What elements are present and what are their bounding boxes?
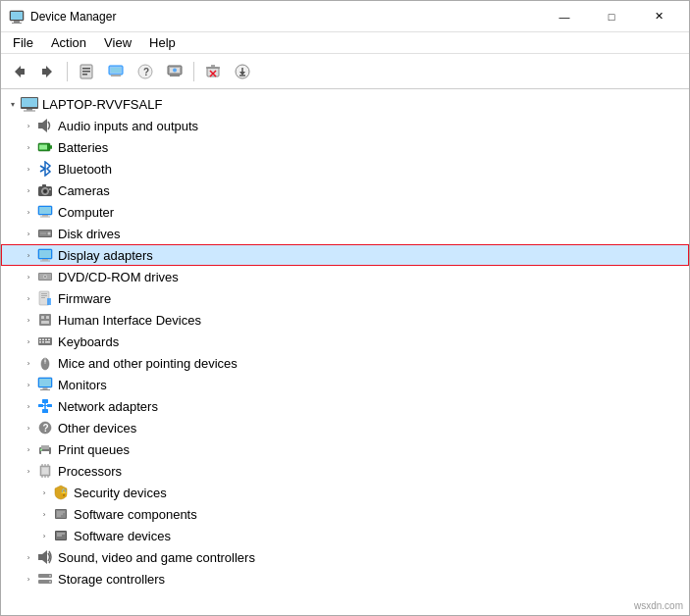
uninstall-button[interactable] xyxy=(199,58,227,85)
menu-action[interactable]: Action xyxy=(43,33,94,52)
print-label: Print queues xyxy=(58,442,130,457)
help-button[interactable]: ? xyxy=(132,58,159,85)
display-expand: › xyxy=(21,247,36,263)
other-expand: › xyxy=(21,420,36,436)
dvd-expand: › xyxy=(21,269,36,284)
tree-item-audio[interactable]: › Audio inputs and outputs xyxy=(1,115,689,136)
svg-rect-90 xyxy=(47,404,52,407)
other-icon: ? xyxy=(36,419,54,436)
svg-rect-78 xyxy=(45,341,50,343)
svg-rect-97 xyxy=(41,451,49,455)
svg-marker-34 xyxy=(42,119,47,132)
tree-item-keyboard[interactable]: › Keyboards xyxy=(1,331,689,352)
tree-item-bluetooth[interactable]: › Bluetooth xyxy=(1,158,689,180)
svg-rect-70 xyxy=(41,321,49,324)
mice-expand: › xyxy=(21,355,36,371)
svg-rect-72 xyxy=(39,339,41,341)
svg-rect-68 xyxy=(41,316,44,319)
tree-item-print[interactable]: › Print queues xyxy=(1,438,689,460)
tree-item-other[interactable]: › ? Other devices xyxy=(1,417,689,438)
properties-button[interactable] xyxy=(73,58,100,85)
mice-label: Mice and other pointing devices xyxy=(58,356,238,371)
app-icon xyxy=(9,9,25,25)
svg-rect-63 xyxy=(41,293,47,294)
softcomp-icon xyxy=(52,505,70,523)
svg-marker-66 xyxy=(47,298,51,305)
download-button[interactable] xyxy=(229,58,256,85)
svg-text:?: ? xyxy=(143,67,149,77)
storage-expand: › xyxy=(21,571,36,587)
svg-rect-113 xyxy=(57,516,61,517)
root-label: LAPTOP-RVVFSALF xyxy=(42,97,162,112)
batteries-icon xyxy=(36,138,54,156)
tree-item-sound[interactable]: › Sound, video and game controllers xyxy=(1,546,689,568)
close-button[interactable]: ✕ xyxy=(636,1,681,32)
computer-icon xyxy=(36,203,54,221)
batteries-expand: › xyxy=(21,139,36,155)
svg-rect-86 xyxy=(42,399,48,403)
svg-rect-69 xyxy=(46,316,49,319)
tree-item-softdev[interactable]: › Software devices xyxy=(1,525,689,546)
display-label: Display adapters xyxy=(58,248,153,263)
svg-rect-112 xyxy=(57,514,63,515)
menu-view[interactable]: View xyxy=(96,33,139,52)
softdev-expand: › xyxy=(36,528,52,543)
svg-rect-101 xyxy=(42,468,48,474)
svg-rect-116 xyxy=(57,534,65,535)
tree-item-display[interactable]: › Display adapters xyxy=(1,244,689,266)
tree-item-security[interactable]: › 🔒 Security devices xyxy=(1,482,689,503)
tree-item-softcomp[interactable]: › Software components xyxy=(1,503,689,525)
forward-button[interactable] xyxy=(34,58,62,85)
device-manager-window: Device Manager — □ ✕ File Action View He… xyxy=(0,0,690,616)
monitors-expand: › xyxy=(21,377,36,392)
tree-item-processors[interactable]: › Processors xyxy=(1,460,689,482)
maximize-button[interactable]: □ xyxy=(589,1,634,32)
tree-item-mice[interactable]: › Mice and other pointing devices xyxy=(1,352,689,374)
update-driver-button[interactable] xyxy=(102,58,130,85)
svg-rect-85 xyxy=(40,389,50,390)
tree-item-network[interactable]: › Network adapters xyxy=(1,395,689,417)
svg-rect-67 xyxy=(39,314,51,326)
batteries-label: Batteries xyxy=(58,140,108,155)
svg-rect-7 xyxy=(82,68,90,70)
svg-point-61 xyxy=(44,276,46,278)
svg-rect-36 xyxy=(50,145,52,149)
root-expand: ▾ xyxy=(5,96,21,112)
svg-rect-2 xyxy=(14,21,20,23)
keyboard-label: Keyboards xyxy=(58,334,119,349)
scan-button[interactable] xyxy=(161,58,188,85)
svg-rect-111 xyxy=(57,512,65,513)
tree-item-monitors[interactable]: › Monitors xyxy=(1,374,689,395)
svg-rect-9 xyxy=(82,74,87,76)
tree-item-batteries[interactable]: › Batteries xyxy=(1,136,689,158)
svg-rect-77 xyxy=(42,341,44,343)
svg-rect-65 xyxy=(41,297,45,298)
back-button[interactable] xyxy=(5,58,32,85)
tree-item-firmware[interactable]: › Firmware xyxy=(1,287,689,309)
security-expand: › xyxy=(36,485,52,500)
firmware-label: Firmware xyxy=(58,291,111,306)
tree-root[interactable]: ▾ LAPTOP-RVVFSALF xyxy=(1,93,689,115)
tree-item-cameras[interactable]: › Cameras xyxy=(1,180,689,201)
tree-item-computer[interactable]: › Computer xyxy=(1,201,689,223)
title-bar: Device Manager — □ ✕ xyxy=(1,1,689,32)
audio-icon xyxy=(36,117,54,134)
svg-rect-31 xyxy=(27,109,32,111)
svg-rect-73 xyxy=(42,339,44,341)
display-icon xyxy=(36,246,54,264)
minimize-button[interactable]: — xyxy=(542,1,587,32)
menu-help[interactable]: Help xyxy=(141,33,184,52)
svg-rect-8 xyxy=(82,71,90,73)
firmware-icon xyxy=(36,289,54,307)
tree-item-disk[interactable]: › Disk drives xyxy=(1,223,689,244)
svg-point-81 xyxy=(44,360,46,362)
menu-file[interactable]: File xyxy=(5,33,41,52)
firmware-expand: › xyxy=(21,290,36,306)
window-title: Device Manager xyxy=(30,10,542,24)
tree-item-dvd[interactable]: › DVD/CD-ROM drives xyxy=(1,266,689,287)
watermark: wsxdn.com xyxy=(634,600,683,611)
tree-item-hid[interactable]: › Human Interface Devices xyxy=(1,309,689,331)
svg-marker-119 xyxy=(42,550,47,564)
tree-item-storage[interactable]: › Storage controllers xyxy=(1,568,689,590)
svg-rect-44 xyxy=(42,184,46,187)
